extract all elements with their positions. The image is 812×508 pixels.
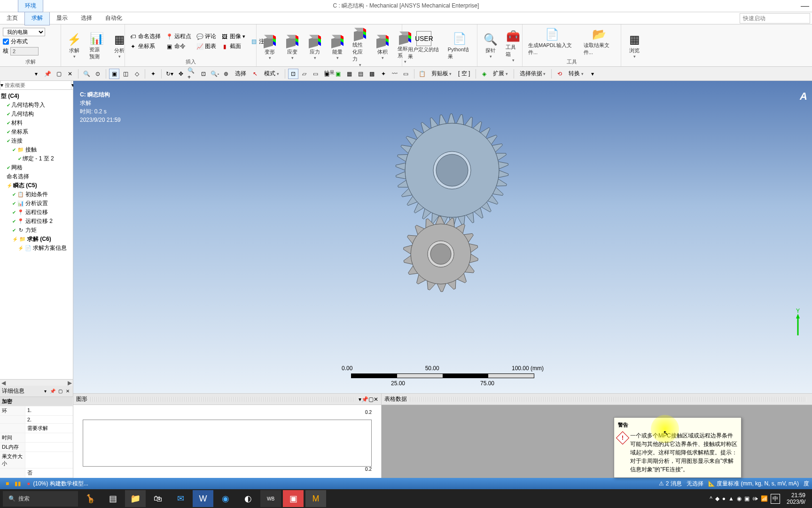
taskbar-explorer[interactable]: 📁 bbox=[125, 490, 146, 507]
result-4-button[interactable]: 线性化应力▾ bbox=[350, 25, 370, 68]
cs-icon[interactable]: ✦ bbox=[378, 69, 389, 79]
menu-home[interactable]: 主页 bbox=[0, 11, 24, 25]
chart-button[interactable]: 📈图表 bbox=[195, 42, 218, 51]
orientation-triad[interactable]: Y bbox=[789, 307, 807, 341]
details-close-icon[interactable]: ✕ bbox=[64, 388, 71, 395]
command-button[interactable]: ▣命令 bbox=[164, 42, 193, 51]
tree-node[interactable]: 几何结构 bbox=[1, 110, 72, 119]
details-row[interactable]: 否 bbox=[0, 468, 73, 478]
details-row[interactable]: 环1. bbox=[0, 406, 73, 416]
tray-icon-5[interactable]: ▣ bbox=[744, 495, 750, 502]
units-status[interactable]: 📐 度量标准 (mm, kg, N, s, mV, mA) bbox=[708, 480, 799, 488]
taskbar-word[interactable]: W bbox=[193, 490, 213, 507]
model-geometry[interactable] bbox=[344, 104, 541, 303]
convert-icon[interactable]: ⟲ bbox=[554, 69, 565, 79]
tree-node[interactable]: 网格 bbox=[1, 163, 72, 172]
details-row[interactable]: DL内存 bbox=[0, 443, 73, 452]
tray-icon-6[interactable]: 🕪 bbox=[752, 495, 758, 502]
tray-icon-2[interactable]: ● bbox=[722, 495, 726, 502]
face-icon[interactable]: ▭ bbox=[311, 69, 321, 79]
abort-button[interactable]: ● bbox=[24, 480, 33, 487]
taskbar-taskview[interactable]: ▤ bbox=[102, 490, 123, 507]
taskbar-search[interactable]: 🔍搜索 bbox=[3, 491, 78, 507]
section-button[interactable]: ▮截面 bbox=[219, 42, 247, 51]
node-icon[interactable]: ▣ bbox=[333, 69, 344, 79]
menu-automation[interactable]: 自动化 bbox=[99, 11, 129, 25]
surf-icon[interactable]: ▭ bbox=[401, 69, 411, 79]
result-0-button[interactable]: 变形▾ bbox=[259, 32, 280, 61]
graph-pin-icon[interactable]: 📌 bbox=[361, 396, 368, 403]
zoom-out-icon[interactable]: 🔍- bbox=[210, 69, 220, 79]
face-select-icon[interactable]: ◫ bbox=[120, 69, 131, 79]
graphics-viewport[interactable]: C: 瞬态结构 求解 时间: 0.2 s 2023/9/20 21:59 A bbox=[73, 81, 812, 393]
tree-node[interactable]: 连接 bbox=[1, 136, 72, 145]
details-row[interactable]: 加密 bbox=[0, 397, 73, 406]
resource-forecast-button[interactable]: 📊资源预测 bbox=[86, 30, 107, 61]
taskbar-giraffe[interactable]: 🦒 bbox=[80, 490, 101, 507]
browse-button[interactable]: ▦浏览▾ bbox=[624, 31, 645, 60]
tree-node[interactable]: 绑定 - 1 至 2 bbox=[1, 154, 72, 163]
coord-sys-button[interactable]: ✦坐标系 bbox=[128, 42, 162, 51]
taskbar-mechanical[interactable]: M bbox=[305, 490, 326, 507]
tree-node[interactable]: 📊分析设置 bbox=[1, 199, 72, 208]
vertex-icon[interactable]: ⊡ bbox=[288, 69, 298, 79]
scroll-right-icon[interactable]: ▶ bbox=[66, 380, 73, 386]
read-results-button[interactable]: 📂读取结果文件... bbox=[581, 26, 618, 57]
panel-dropdown-icon[interactable]: ▾ bbox=[31, 69, 41, 79]
zoom-in-icon[interactable]: 🔍+ bbox=[187, 69, 197, 79]
tree-node[interactable]: 命名选择 bbox=[1, 172, 72, 181]
python-result-button[interactable]: 📄Python结果 bbox=[445, 30, 474, 61]
messages-button[interactable]: ⚠ 2 消息 bbox=[659, 480, 681, 488]
taskbar-store[interactable]: 🛍 bbox=[148, 490, 168, 507]
taskbar-mail[interactable]: ✉ bbox=[170, 490, 191, 507]
tree-node[interactable]: 📍远程位移 bbox=[1, 208, 72, 217]
details-max-icon[interactable]: ▢ bbox=[57, 388, 63, 395]
menu-solve[interactable]: 求解 bbox=[24, 11, 50, 25]
taskbar-app2[interactable]: ▣ bbox=[283, 490, 304, 507]
elem-face-icon[interactable]: ▤ bbox=[356, 69, 366, 79]
element-icon[interactable]: ▦ bbox=[344, 69, 355, 79]
details-row[interactable]: 果文件大小 bbox=[0, 452, 73, 468]
clipboard-dropdown[interactable]: 剪贴板 bbox=[429, 70, 455, 78]
zoom-window-icon[interactable]: 🔍 bbox=[81, 69, 92, 79]
tree-node[interactable]: 📄求解方案信息 bbox=[1, 244, 72, 253]
details-grid[interactable]: 加密 环1.2.需要求解时间DL内存果文件大小否 bbox=[0, 397, 73, 478]
pause-button[interactable]: ▮▮ bbox=[12, 480, 24, 487]
probe-button[interactable]: 🔍探针▾ bbox=[480, 31, 501, 60]
minimize-button[interactable]: — bbox=[801, 1, 809, 11]
extend-icon[interactable]: ◈ bbox=[479, 69, 489, 79]
comment-button[interactable]: 💬评论 bbox=[195, 32, 218, 41]
clipboard-icon[interactable]: 📋 bbox=[417, 69, 428, 79]
tray-icon-1[interactable]: ◆ bbox=[715, 495, 719, 502]
zoom-box-icon[interactable]: ⊡ bbox=[198, 69, 209, 79]
mode-dropdown[interactable]: 模式 bbox=[261, 70, 282, 78]
select-by-dropdown[interactable]: 选择依据 bbox=[517, 70, 549, 78]
result-1-button[interactable]: 应变▾ bbox=[282, 32, 303, 61]
panel-close-icon[interactable]: ✕ bbox=[65, 69, 75, 79]
tray-up-icon[interactable]: ^ bbox=[710, 495, 712, 502]
panel-max-icon[interactable]: ▢ bbox=[54, 69, 64, 79]
image-button[interactable]: 🖼图像▾ bbox=[219, 32, 247, 41]
outline-tree[interactable]: 型 (C4)几何结构导入几何结构材料坐标系连接📁接触绑定 - 1 至 2网格命名… bbox=[0, 90, 73, 379]
tree-node[interactable]: 坐标系 bbox=[1, 127, 72, 136]
context-tab[interactable]: 环境 bbox=[18, 0, 43, 12]
body-select-icon[interactable]: ▣ bbox=[109, 69, 119, 79]
quick-launch-input[interactable] bbox=[740, 13, 810, 24]
warning-popup[interactable]: ↖ 警告 ! 一个或多个MPC接触区域或远程边界条件可能与其他的其它边界条件、接… bbox=[614, 417, 742, 478]
solve-button[interactable]: ⚡求解▾ bbox=[64, 31, 85, 60]
pan-icon[interactable]: ✥ bbox=[176, 69, 186, 79]
zoom-fit-icon[interactable]: ⊙ bbox=[93, 69, 103, 79]
scroll-left-icon[interactable]: ◀ bbox=[0, 380, 7, 386]
tree-node[interactable]: 📋初始条件 bbox=[1, 190, 72, 199]
rotate-icon[interactable]: ↻▾ bbox=[164, 69, 175, 79]
tree-node[interactable]: ↻力矩 bbox=[1, 226, 72, 235]
taskbar-clock[interactable]: 21:592023/9/ bbox=[783, 492, 809, 506]
tray-wifi-icon[interactable]: 📶 bbox=[761, 495, 768, 502]
tray-icon-4[interactable]: ◉ bbox=[737, 495, 742, 502]
tree-node[interactable]: 📁接触 bbox=[1, 145, 72, 154]
tray-icon-3[interactable]: ▲ bbox=[728, 495, 734, 502]
result-3-button[interactable]: 能量▾ bbox=[327, 32, 348, 61]
result-5-button[interactable]: 体积▾ bbox=[372, 32, 393, 61]
taskbar-app1[interactable]: ◐ bbox=[238, 490, 258, 507]
distributed-checkbox[interactable] bbox=[3, 39, 9, 45]
